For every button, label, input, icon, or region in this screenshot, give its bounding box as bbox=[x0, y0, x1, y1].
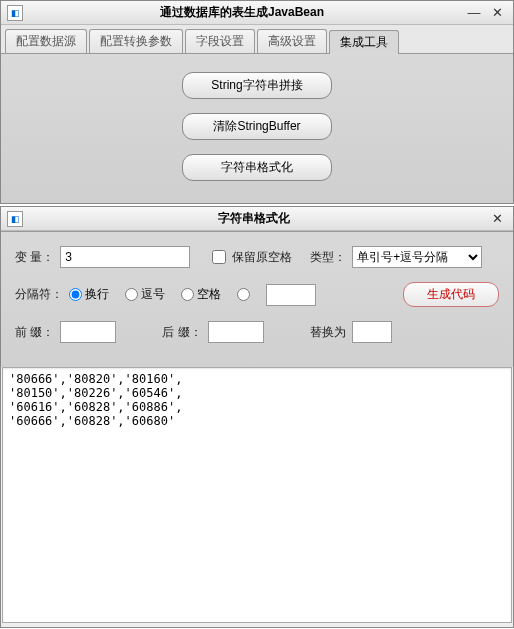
close-button[interactable]: ✕ bbox=[487, 6, 507, 20]
main-titlebar: ◧ 通过数据库的表生成JavaBean — ✕ bbox=[1, 1, 513, 25]
tab-advanced[interactable]: 高级设置 bbox=[257, 29, 327, 53]
tab-tools[interactable]: 集成工具 bbox=[329, 30, 399, 54]
radio-custom[interactable] bbox=[237, 288, 250, 301]
main-title: 通过数据库的表生成JavaBean bbox=[23, 4, 461, 21]
replace-label: 替换为 bbox=[310, 324, 346, 341]
radio-space[interactable]: 空格 bbox=[181, 286, 221, 303]
string-concat-button[interactable]: String字符串拼接 bbox=[182, 72, 332, 99]
output-textarea[interactable] bbox=[2, 367, 512, 623]
type-label: 类型： bbox=[310, 249, 346, 266]
row-separator: 分隔符： 换行 逗号 空格 生成代码 bbox=[15, 282, 499, 307]
sep-label: 分隔符： bbox=[15, 286, 63, 303]
format-title: 字符串格式化 bbox=[23, 210, 484, 227]
clear-stringbuffer-button[interactable]: 清除StringBuffer bbox=[182, 113, 332, 140]
format-close-button[interactable]: ✕ bbox=[487, 212, 507, 226]
tab-field-settings[interactable]: 字段设置 bbox=[185, 29, 255, 53]
generate-button[interactable]: 生成代码 bbox=[403, 282, 499, 307]
var-input[interactable] bbox=[60, 246, 190, 268]
app-icon-2: ◧ bbox=[7, 211, 23, 227]
tabstrip: 配置数据源 配置转换参数 字段设置 高级设置 集成工具 bbox=[1, 25, 513, 53]
row-var: 变 量： 保留原空格 类型： 单引号+逗号分隔 bbox=[15, 246, 499, 268]
replace-input[interactable] bbox=[352, 321, 392, 343]
type-select[interactable]: 单引号+逗号分隔 bbox=[352, 246, 482, 268]
app-icon: ◧ bbox=[7, 5, 23, 21]
radio-comma[interactable]: 逗号 bbox=[125, 286, 165, 303]
format-form: 变 量： 保留原空格 类型： 单引号+逗号分隔 分隔符： 换行 逗号 空格 生成… bbox=[1, 231, 513, 367]
main-window: ◧ 通过数据库的表生成JavaBean — ✕ 配置数据源 配置转换参数 字段设… bbox=[0, 0, 514, 204]
keepspace-label: 保留原空格 bbox=[232, 249, 292, 266]
minimize-button[interactable]: — bbox=[464, 6, 484, 20]
suffix-label: 后 缀： bbox=[162, 324, 201, 341]
var-label: 变 量： bbox=[15, 249, 54, 266]
row-affix: 前 缀： 后 缀： 替换为 bbox=[15, 321, 499, 343]
suffix-input[interactable] bbox=[208, 321, 264, 343]
tab-datasource[interactable]: 配置数据源 bbox=[5, 29, 87, 53]
tools-panel: String字符串拼接 清除StringBuffer 字符串格式化 bbox=[1, 53, 513, 203]
radio-newline[interactable]: 换行 bbox=[69, 286, 109, 303]
string-format-button[interactable]: 字符串格式化 bbox=[182, 154, 332, 181]
prefix-label: 前 缀： bbox=[15, 324, 54, 341]
tab-convert-params[interactable]: 配置转换参数 bbox=[89, 29, 183, 53]
prefix-input[interactable] bbox=[60, 321, 116, 343]
format-titlebar: ◧ 字符串格式化 ✕ bbox=[1, 207, 513, 231]
format-window: ◧ 字符串格式化 ✕ 变 量： 保留原空格 类型： 单引号+逗号分隔 分隔符： … bbox=[0, 206, 514, 628]
keepspace-checkbox[interactable] bbox=[212, 250, 226, 264]
custom-sep-input[interactable] bbox=[266, 284, 316, 306]
